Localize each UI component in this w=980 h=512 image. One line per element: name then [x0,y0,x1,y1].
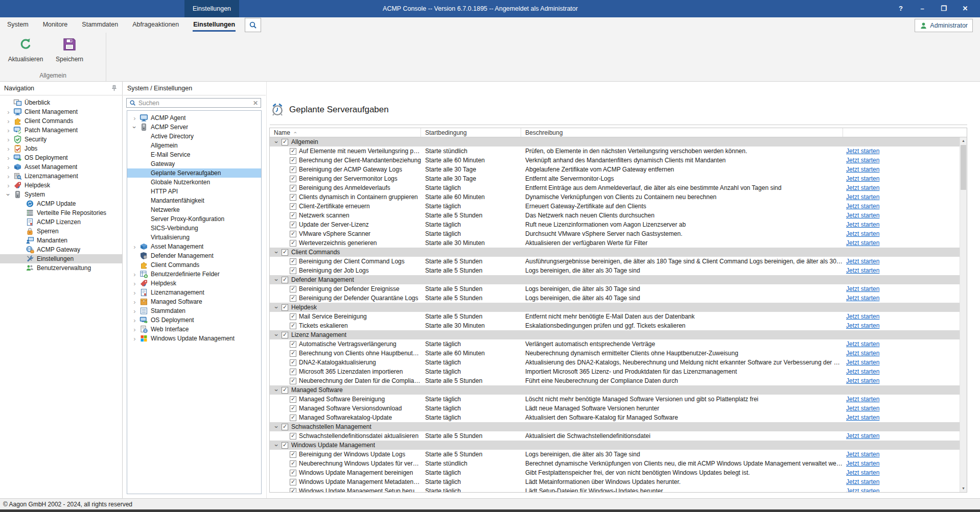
chevron-collapsed-icon[interactable]: › [131,335,138,342]
nav-item-mandanten[interactable]: Mandanten [0,236,122,245]
jetzt-starten-link[interactable]: Jetzt starten [846,148,879,155]
menu-tab-abfrageaktionen[interactable]: Abfrageaktionen [125,17,186,33]
jetzt-starten-link[interactable]: Jetzt starten [846,340,879,348]
task-checkbox[interactable] [290,323,296,329]
settings-item-acmp-agent[interactable]: ›ACMP Agent [127,113,261,123]
settings-item-server-proxy-konfiguration[interactable]: Server Proxy-Konfiguration [127,214,261,224]
chevron-collapsed-icon[interactable]: › [5,127,12,134]
task-checkbox[interactable] [290,350,296,357]
group-checkbox[interactable] [282,139,288,145]
group-checkbox[interactable] [282,387,288,394]
settings-item-os-deployment[interactable]: ›OS Deployment [127,315,261,325]
jetzt-starten-link[interactable]: Jetzt starten [846,175,879,182]
aktualisieren-button[interactable]: Aktualisieren [7,37,44,63]
settings-item-e-mail-service[interactable]: E-Mail Service [127,150,261,159]
nav-item-security[interactable]: ›Security [0,135,122,144]
chevron-collapsed-icon[interactable]: › [5,136,12,143]
chevron-expanded-icon[interactable]: › [273,277,280,283]
settings-item-mandantenf-higkeit[interactable]: Mandantenfähigkeit [127,196,261,205]
chevron-collapsed-icon[interactable]: › [131,289,138,296]
jetzt-starten-link[interactable]: Jetzt starten [846,451,879,458]
task-group-row-windows-update-management[interactable]: ›Windows Update Management [270,441,960,450]
settings-search-input[interactable]: Suchen ✕ [126,98,261,108]
settings-item-http-api[interactable]: HTTP API [127,187,261,196]
document-tab[interactable]: Einstellungen [184,0,239,17]
nav-item-verteilte-file-repositories[interactable]: Verteilte File Repositories [0,208,122,217]
nav-item-client-management[interactable]: ›Client Management [0,107,122,116]
chevron-expanded-icon[interactable]: › [273,424,280,430]
chevron-collapsed-icon[interactable]: › [5,145,12,152]
table-scrollbar[interactable]: ▲ ▼ [960,137,967,492]
chevron-expanded-icon[interactable]: › [131,124,138,131]
current-user-chip[interactable]: Administrator [915,19,973,32]
task-checkbox[interactable] [290,176,296,182]
nav-item-asset-management[interactable]: ›Asset Management [0,162,122,172]
nav-item-patch-management[interactable]: ›Patch Management [0,126,122,135]
nav-item-os-deployment[interactable]: ›OS Deployment [0,153,122,162]
chevron-expanded-icon[interactable]: › [273,387,280,394]
task-checkbox[interactable] [290,240,296,247]
task-checkbox[interactable] [290,488,296,493]
nav-item-lizenzmanagement[interactable]: ›Lizenzmanagement [0,172,122,181]
task-group-row-lizenz-management[interactable]: ›Lizenz Management [270,330,960,339]
chevron-collapsed-icon[interactable]: › [131,326,138,333]
nav-item-benutzerverwaltung[interactable]: Benutzerverwaltung [0,263,122,273]
settings-item-managed-software[interactable]: ›Managed Software [127,297,261,306]
settings-item-globale-nutzerkonten[interactable]: Globale Nutzerkonten [127,178,261,187]
jetzt-starten-link[interactable]: Jetzt starten [846,396,879,403]
settings-item-sics-verbindung[interactable]: SICS-Verbindung [127,224,261,233]
jetzt-starten-link[interactable]: Jetzt starten [846,414,879,421]
settings-item-virtualisierung[interactable]: Virtualisierung [127,233,261,242]
chevron-collapsed-icon[interactable]: › [131,299,138,305]
chevron-collapsed-icon[interactable]: › [5,118,12,125]
task-group-row-allgemein[interactable]: ›Allgemein [270,137,960,147]
settings-item-active-directory[interactable]: Active Directory [127,132,261,141]
group-checkbox[interactable] [282,249,288,256]
column-header-startbedingung[interactable]: Startbedingung [421,128,521,137]
jetzt-starten-link[interactable]: Jetzt starten [846,487,879,492]
close-button[interactable]: ✕ [954,0,976,17]
jetzt-starten-link[interactable]: Jetzt starten [846,267,879,274]
task-checkbox[interactable] [290,203,296,210]
chevron-expanded-icon[interactable]: › [273,332,280,338]
jetzt-starten-link[interactable]: Jetzt starten [846,258,879,265]
menu-tab-system[interactable]: System [0,17,36,33]
jetzt-starten-link[interactable]: Jetzt starten [846,295,879,302]
group-checkbox[interactable] [282,277,288,283]
task-checkbox[interactable] [290,313,296,320]
settings-item-netzwerke[interactable]: Netzwerke [127,205,261,214]
jetzt-starten-link[interactable]: Jetzt starten [846,221,879,228]
settings-item-asset-management[interactable]: ›Asset Management [127,242,261,251]
jetzt-starten-link[interactable]: Jetzt starten [846,230,879,237]
chevron-collapsed-icon[interactable]: › [131,308,138,314]
jetzt-starten-link[interactable]: Jetzt starten [846,157,879,164]
settings-item-client-commands[interactable]: Client Commands [127,260,261,270]
task-checkbox[interactable] [290,470,296,476]
settings-item-allgemein[interactable]: Allgemein [127,141,261,150]
task-checkbox[interactable] [290,222,296,228]
task-checkbox[interactable] [290,212,296,219]
task-group-row-schwachstellen-management[interactable]: ›Schwachstellen Management [270,422,960,431]
jetzt-starten-link[interactable]: Jetzt starten [846,184,879,191]
jetzt-starten-link[interactable]: Jetzt starten [846,166,879,173]
chevron-expanded-icon[interactable]: › [273,139,280,145]
jetzt-starten-link[interactable]: Jetzt starten [846,285,879,292]
nav-item-acmp-lizenzen[interactable]: ACMP Lizenzen [0,217,122,227]
chevron-expanded-icon[interactable]: › [5,191,12,198]
task-group-row-helpdesk[interactable]: ›Helpdesk [270,303,960,312]
nav-item-system[interactable]: ›System [0,190,122,199]
chevron-collapsed-icon[interactable]: › [131,317,138,324]
task-checkbox[interactable] [290,295,296,302]
task-group-row-client-commands[interactable]: ›Client Commands [270,248,960,257]
task-group-row-managed-software[interactable]: ›Managed Software [270,385,960,395]
nav-item-helpdesk[interactable]: ›Helpdesk [0,181,122,190]
menu-tab-stammdaten[interactable]: Stammdaten [75,17,125,33]
jetzt-starten-link[interactable]: Jetzt starten [846,239,879,247]
jetzt-starten-link[interactable]: Jetzt starten [846,405,879,412]
chevron-expanded-icon[interactable]: › [273,304,280,311]
jetzt-starten-link[interactable]: Jetzt starten [846,432,879,440]
settings-item-benutzerdefinierte-felder[interactable]: ›Benutzerdefinierte Felder [127,270,261,279]
settings-item-web-interface[interactable]: ›Web Interface [127,325,261,334]
task-checkbox[interactable] [290,451,296,458]
nav-item-acmp-gateway[interactable]: ACMP Gateway [0,245,122,254]
